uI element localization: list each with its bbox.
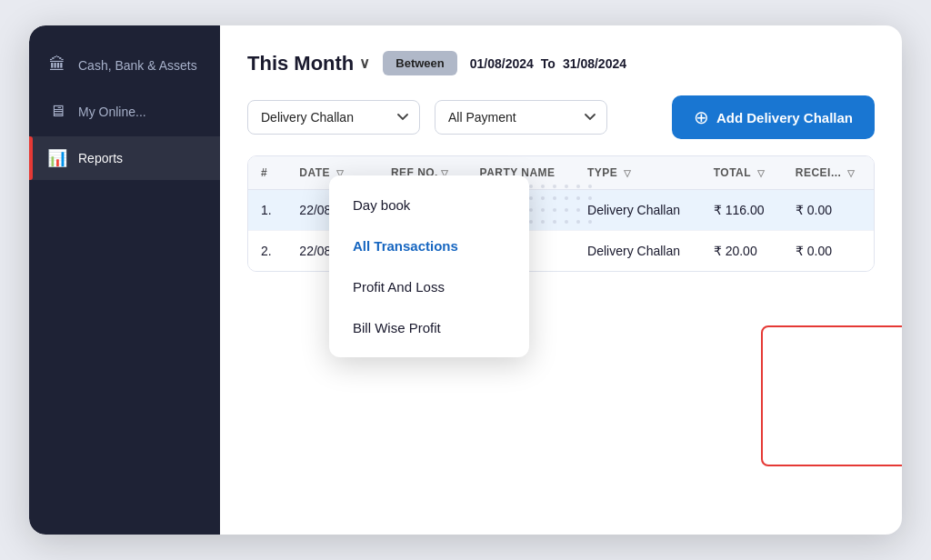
- dropdown-item-day-book[interactable]: Day book: [329, 185, 529, 225]
- app-container: 🏛 Cash, Bank & Assets 🖥 My Online... 📊 R…: [29, 25, 902, 535]
- dropdown-label-bill-wise-profit: Bill Wise Profit: [353, 320, 441, 335]
- type-value-1: Delivery Challan: [587, 203, 680, 217]
- date-to: 31/08/2024: [563, 56, 626, 71]
- col-num: #: [248, 156, 286, 190]
- dropdown-label-day-book: Day book: [353, 197, 410, 213]
- type-column-highlight: [761, 325, 902, 466]
- payment-dropdown[interactable]: All Payment Paid Unpaid Partial: [435, 100, 607, 135]
- month-selector[interactable]: This Month ∨: [247, 52, 370, 75]
- recei-filter-icon[interactable]: ▽: [847, 168, 855, 178]
- col-recei: RECEI... ▽: [783, 156, 874, 190]
- header-row: This Month ∨ Between 01/08/2024 To 31/08…: [247, 51, 875, 75]
- dropdown-item-bill-wise-profit[interactable]: Bill Wise Profit: [329, 307, 529, 348]
- cell-total-2: ₹ 20.00: [701, 231, 783, 272]
- reports-dropdown-menu: Day book All Transactions Profit And Los…: [329, 175, 529, 357]
- type-dropdown[interactable]: Delivery Challan All Types Invoice Purch…: [247, 100, 420, 135]
- main-content: This Month ∨ Between 01/08/2024 To 31/08…: [220, 25, 902, 535]
- dropdown-label-all-transactions: All Transactions: [353, 238, 458, 254]
- chevron-down-icon: ∨: [359, 55, 370, 72]
- add-delivery-challan-button[interactable]: ⊕ Add Delivery Challan: [672, 95, 875, 139]
- between-badge: Between: [383, 51, 456, 75]
- cash-bank-icon: 🏛: [47, 55, 67, 75]
- dropdown-item-all-transactions[interactable]: All Transactions: [329, 225, 529, 266]
- col-total: TOTAL ▽: [701, 156, 783, 190]
- dropdown-item-profit-and-loss[interactable]: Profit And Loss: [329, 266, 529, 307]
- sidebar-item-my-online[interactable]: 🖥 My Online...: [29, 90, 220, 133]
- cell-recei-1: ₹ 0.00: [783, 190, 874, 231]
- total-filter-icon[interactable]: ▽: [757, 168, 765, 178]
- cell-type-1: Delivery Challan: [575, 190, 701, 231]
- date-to-label: To: [541, 56, 556, 71]
- cell-num-1: 1.: [248, 190, 286, 231]
- cell-num-2: 2.: [248, 231, 286, 272]
- sidebar: 🏛 Cash, Bank & Assets 🖥 My Online... 📊 R…: [29, 25, 220, 535]
- my-online-icon: 🖥: [47, 102, 67, 121]
- date-from: 01/08/2024: [470, 56, 534, 71]
- add-button-label: Add Delivery Challan: [716, 110, 853, 125]
- cell-total-1: ₹ 116.00: [701, 190, 783, 231]
- sidebar-item-label-my-online: My Online...: [78, 105, 146, 119]
- filter-row: Delivery Challan All Types Invoice Purch…: [247, 95, 875, 139]
- type-value-2: Delivery Challan: [587, 244, 680, 258]
- month-label: This Month: [247, 52, 354, 75]
- cell-recei-2: ₹ 0.00: [783, 231, 874, 272]
- sidebar-item-label-cash-bank: Cash, Bank & Assets: [78, 58, 197, 73]
- add-icon: ⊕: [694, 106, 709, 128]
- sidebar-item-reports[interactable]: 📊 Reports: [29, 136, 220, 180]
- cell-type-2: Delivery Challan: [575, 231, 701, 272]
- main-layout: 🏛 Cash, Bank & Assets 🖥 My Online... 📊 R…: [29, 25, 902, 535]
- type-filter-icon[interactable]: ▽: [624, 168, 631, 178]
- date-range: 01/08/2024 To 31/08/2024: [470, 56, 626, 71]
- reports-icon: 📊: [47, 148, 67, 168]
- sidebar-item-label-reports: Reports: [78, 151, 123, 165]
- sidebar-item-cash-bank[interactable]: 🏛 Cash, Bank & Assets: [29, 44, 220, 86]
- dropdown-label-profit-and-loss: Profit And Loss: [353, 279, 445, 295]
